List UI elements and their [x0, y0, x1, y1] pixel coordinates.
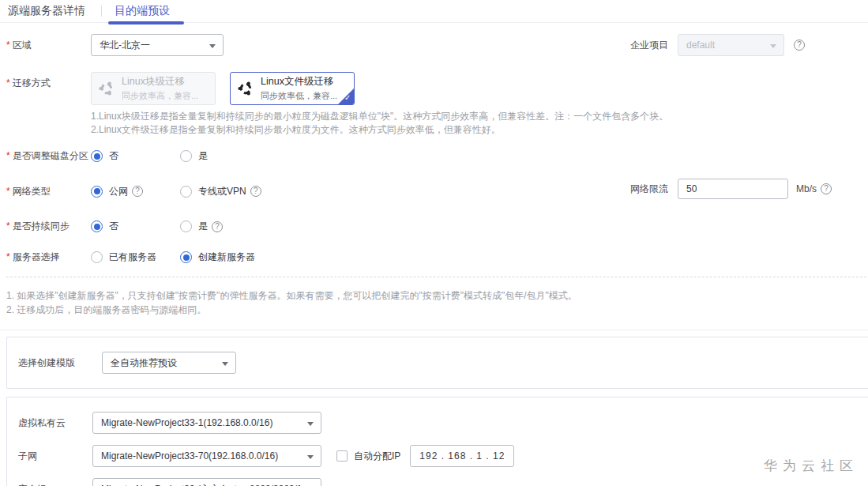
radio-icon [180, 186, 192, 198]
server-note-2: 2. 迁移成功后，目的端服务器密码与源端相同。 [6, 303, 868, 317]
network-type-label: 网络类型 [6, 185, 91, 198]
server-note-1: 1. 如果选择"创建新服务器"，只支持创建"按需计费"的弹性服务器。如果有需要，… [6, 288, 868, 303]
radio-icon [91, 251, 103, 263]
ip-address-value: 192 . 168 . 1 . 12 [419, 450, 505, 462]
ubuntu-logo-icon [98, 80, 115, 97]
huawei-cloud-community-watermark: 华为云社区 [764, 457, 859, 475]
chevron-down-icon [307, 455, 314, 459]
continuous-sync-label: 是否持续同步 [6, 220, 91, 233]
subnet-label: 子网 [18, 450, 92, 463]
radio-icon [91, 220, 103, 232]
chevron-down-icon [770, 44, 776, 48]
network-limit-label: 网络限流 [630, 183, 668, 196]
chevron-down-icon [209, 44, 216, 48]
migration-card-block-level[interactable]: Linux块级迁移 同步效率高，兼容... [91, 72, 216, 105]
radio-continuous-sync-yes[interactable]: 是 ? [180, 220, 223, 233]
region-label: 区域 [6, 34, 91, 52]
security-group-value: Migrate-NewProject33 (入方向: tcp:8899/3389… [101, 483, 300, 486]
radio-network-vpn[interactable]: 专线或VPN ? [180, 185, 261, 198]
migration-note-1: 1.Linux块级迁移是指全量复制和持续同步的最小粒度为磁盘逻辑单位"块"。这种… [91, 110, 668, 123]
vpc-select[interactable]: Migrate-NewProject33-1(192.168.0.0/16) [92, 412, 321, 434]
network-limit-input[interactable] [678, 179, 788, 199]
radio-icon [180, 150, 192, 162]
radio-network-public[interactable]: 公网 ? [91, 185, 180, 198]
radio-continuous-sync-no[interactable]: 否 [91, 220, 180, 233]
tab-source-server-details[interactable]: 源端服务器详情 [0, 0, 101, 23]
tab-bar: 源端服务器详情 目的端预设 [0, 0, 868, 23]
enterprise-project-help-icon[interactable]: ? [794, 40, 805, 51]
template-value: 全自动推荐预设 [111, 356, 177, 370]
selected-check-icon: ✓ [338, 89, 354, 104]
tab-target-preset-label: 目的端预设 [115, 4, 170, 18]
radio-icon [180, 220, 192, 232]
adjust-partition-label: 是否调整磁盘分区 [6, 149, 91, 163]
subnet-value: Migrate-NewProject33-70(192.168.0.0/16) [101, 450, 278, 462]
enterprise-project-select: default [678, 34, 784, 56]
target-preset-page: 源端服务器详情 目的端预设 区域 华北-北京一 企业项目 default ? [0, 0, 868, 486]
enterprise-project-label: 企业项目 [630, 39, 668, 52]
security-group-label: 安全组 [18, 483, 92, 486]
continuous-sync-help-icon[interactable]: ? [212, 221, 223, 232]
card-subtitle: 同步效率高，兼容... [122, 90, 198, 102]
card-title: Linux文件级迁移 [261, 75, 337, 89]
migration-card-file-level[interactable]: Linux文件级迁移 同步效率低，兼容... ✓ [230, 72, 355, 105]
radio-existing-server[interactable]: 已有服务器 [91, 251, 180, 264]
migration-method-label: 迁移方式 [6, 72, 91, 90]
network-limit-help-icon[interactable]: ? [821, 183, 832, 194]
radio-adjust-partition-no[interactable]: 否 [91, 149, 180, 163]
region-value: 华北-北京一 [100, 39, 150, 52]
template-select[interactable]: 全自动推荐预设 [102, 352, 236, 374]
vpn-help-icon[interactable]: ? [250, 186, 261, 197]
radio-icon [91, 150, 103, 162]
ubuntu-logo-icon [237, 80, 254, 97]
chevron-down-icon [307, 422, 314, 426]
card-subtitle: 同步效率低，兼容... [261, 90, 337, 102]
chevron-down-icon [222, 362, 228, 366]
card-title: Linux块级迁移 [122, 75, 198, 89]
tab-target-preset[interactable]: 目的端预设 [102, 0, 190, 23]
vpc-value: Migrate-NewProject33-1(192.168.0.0/16) [101, 417, 272, 428]
auto-assign-ip-checkbox[interactable] [336, 450, 348, 462]
radio-icon [91, 186, 103, 198]
network-limit-unit: Mb/s [796, 183, 817, 194]
dashed-divider [6, 277, 868, 277]
section-divider [0, 330, 868, 330]
vpc-label: 虚拟私有云 [18, 416, 92, 430]
subnet-select[interactable]: Migrate-NewProject33-70(192.168.0.0/16) [92, 445, 321, 467]
ip-address-input[interactable]: 192 . 168 . 1 . 12 [410, 445, 514, 467]
template-label: 选择创建模版 [18, 356, 102, 370]
enterprise-project-value: default [686, 40, 715, 51]
template-panel: 选择创建模版 全自动推荐预设 [6, 337, 868, 389]
radio-create-new-server[interactable]: 创建新服务器 [180, 251, 255, 264]
auto-assign-ip-label: 自动分配IP [354, 450, 400, 463]
radio-icon [180, 251, 192, 263]
radio-adjust-partition-yes[interactable]: 是 [180, 149, 208, 163]
region-select[interactable]: 华北-北京一 [91, 34, 224, 56]
public-network-help-icon[interactable]: ? [132, 186, 143, 197]
security-group-select[interactable]: Migrate-NewProject33 (入方向: tcp:8899/3389… [92, 478, 321, 486]
server-selection-label: 服务器选择 [6, 251, 91, 264]
network-settings-panel: 虚拟私有云 Migrate-NewProject33-1(192.168.0.0… [6, 397, 868, 486]
migration-note-2: 2.Linux文件级迁移是指全量复制和持续同步最小粒度为文件。这种方式同步效率低… [91, 123, 668, 137]
auto-assign-ip-option[interactable]: 自动分配IP [336, 450, 400, 463]
